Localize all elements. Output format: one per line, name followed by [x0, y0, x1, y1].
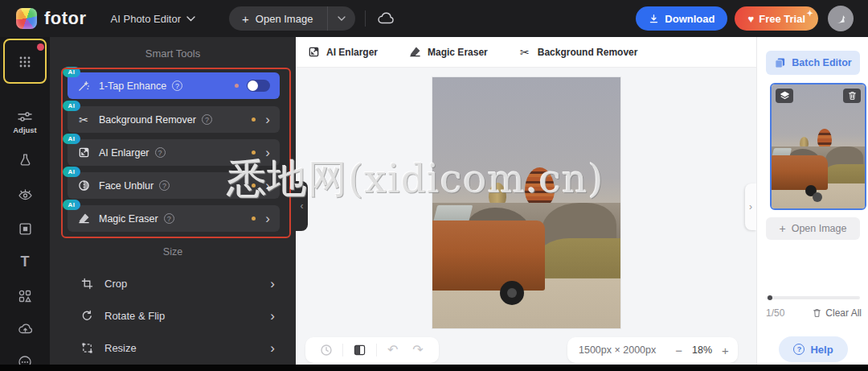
download-button[interactable]: Download [636, 6, 727, 31]
tool-rotate-flip[interactable]: Rotate & Flip › [50, 304, 296, 327]
editing-image[interactable] [432, 77, 620, 328]
help-icon[interactable]: ? [172, 80, 182, 91]
left-tool-rail: Adjust T [0, 37, 50, 365]
sidebar-item-adjust[interactable]: Adjust [0, 111, 50, 134]
help-icon[interactable]: ? [155, 147, 166, 158]
ai-badge: AI [63, 167, 80, 177]
status-dot [252, 150, 256, 155]
cloud-upload-icon [18, 322, 33, 335]
sidebar-item-frames[interactable] [0, 222, 50, 236]
free-trial-button[interactable]: ♥ Free Trial ✦ [735, 6, 818, 31]
bottom-black-strip [0, 365, 868, 371]
tool-face-unblur[interactable]: AI Face Unblur ? › [68, 172, 280, 199]
expand-panel-tab[interactable]: › [745, 183, 756, 230]
canvas-area: AI Enlarger Magic Eraser ✂ Background Re… [296, 37, 756, 365]
tool-magic-eraser[interactable]: AI Magic Eraser ? › [68, 205, 280, 232]
enlarger-icon [77, 146, 90, 159]
ai-badge: AI [63, 67, 80, 77]
text-tool-icon: T [21, 255, 30, 268]
help-icon[interactable]: ? [164, 213, 174, 224]
tool-label: AI Enlarger [99, 147, 149, 159]
sidebar-item-effects[interactable] [0, 188, 50, 200]
sidebar-item-elements[interactable] [0, 289, 50, 303]
fotor-logo[interactable]: fotor [16, 8, 87, 29]
image-thumbnail[interactable] [770, 83, 866, 210]
tab-label: AI Enlarger [326, 47, 378, 58]
car-wheel [500, 281, 524, 305]
crop-icon [80, 277, 93, 290]
plus-icon: + [242, 12, 249, 26]
help-icon[interactable]: ? [159, 180, 170, 191]
canvas-tab-magic-eraser[interactable]: Magic Eraser [408, 46, 488, 59]
tool-resize[interactable]: Resize › [50, 336, 296, 359]
app-menu-label: AI Photo Editor [111, 13, 181, 25]
tool-label: Resize [104, 342, 137, 354]
chevron-right-icon: › [265, 212, 270, 225]
open-image-label: Open Image [792, 223, 847, 234]
tool-1-tap-enhance[interactable]: AI 1-Tap Enhance ? [68, 72, 280, 99]
layers-button[interactable] [776, 89, 793, 103]
tool-crop[interactable]: Crop › [50, 272, 296, 295]
chevron-right-icon: › [270, 277, 275, 291]
open-image-dropdown[interactable] [327, 6, 355, 31]
help-label: Help [810, 344, 833, 356]
sidebar-item-beauty[interactable] [0, 153, 50, 167]
thumbnail-scrollbar[interactable] [766, 296, 860, 299]
toggle-knob [248, 80, 258, 91]
help-icon[interactable]: ? [202, 114, 212, 125]
notification-dot [37, 43, 44, 51]
zoom-out-button[interactable]: − [675, 344, 682, 357]
batch-editor-label: Batch Editor [792, 57, 851, 68]
tool-background-remover[interactable]: AI ✂ Background Remover ? › [68, 106, 280, 133]
free-trial-label: Free Trial [759, 13, 805, 25]
trash-icon[interactable] [843, 89, 861, 103]
enhance-toggle[interactable] [247, 80, 270, 92]
sidebar-item-uploads[interactable] [0, 322, 50, 335]
sparkle-icon: ✦ [807, 9, 813, 18]
open-image-button[interactable]: + Open Image [229, 6, 327, 31]
panel-open-image-button[interactable]: + Open Image [766, 217, 860, 240]
thumbnail-scene [772, 85, 865, 208]
sidebar-item-text[interactable]: T [0, 255, 50, 268]
smart-tools-panel: Smart Tools AI 1-Tap Enhance ? AI ✂ Back… [50, 37, 296, 365]
top-bar: fotor AI Photo Editor + Open Image [0, 0, 868, 37]
plus-icon: + [780, 222, 786, 235]
help-button[interactable]: ? Help [779, 336, 848, 362]
cloud-sync-icon[interactable] [377, 12, 395, 25]
zoom-in-button[interactable]: + [722, 344, 729, 357]
ai-badge: AI [63, 101, 80, 111]
user-avatar[interactable] [828, 6, 854, 31]
tool-ai-enlarger[interactable]: AI AI Enlarger ? › [68, 139, 280, 166]
resize-icon [80, 341, 93, 354]
canvas-tab-ai-enlarger[interactable]: AI Enlarger [307, 46, 378, 59]
orange-car [772, 155, 828, 190]
compare-icon[interactable] [350, 344, 368, 356]
orange-car [432, 221, 545, 291]
eye-icon [18, 188, 33, 200]
clear-all-button[interactable]: Clear All [813, 307, 862, 319]
bird-icon [834, 12, 847, 25]
history-toolbar: ↶ ↷ [305, 337, 439, 363]
flask-icon [18, 153, 32, 167]
smart-tools-title: Smart Tools [50, 47, 296, 60]
undo-icon[interactable]: ↶ [384, 344, 402, 357]
ai-badge: AI [63, 200, 80, 210]
download-label: Download [665, 13, 714, 25]
redo-icon[interactable]: ↷ [409, 344, 427, 357]
sliders-icon [18, 111, 32, 122]
app-menu-dropdown[interactable]: AI Photo Editor [111, 13, 195, 25]
tool-label: Rotate & Flip [104, 310, 165, 322]
open-image-label: Open Image [256, 13, 313, 25]
zoom-level: 18% [692, 344, 712, 356]
scroll-thumb[interactable] [768, 295, 772, 300]
collapse-panel-tab[interactable]: ‹ [296, 181, 308, 231]
shapes-icon [18, 289, 32, 303]
fotor-editor-screen: fotor AI Photo Editor + Open Image [0, 0, 868, 371]
sidebar-item-smart-tools[interactable] [0, 55, 50, 69]
chevron-right-icon: › [749, 201, 752, 212]
history-icon[interactable] [317, 344, 335, 357]
canvas-tab-background-remover[interactable]: ✂ Background Remover [518, 46, 638, 59]
chevron-down-icon [186, 16, 195, 22]
batch-editor-button[interactable]: Batch Editor [766, 51, 860, 75]
rotate-icon [80, 309, 93, 322]
